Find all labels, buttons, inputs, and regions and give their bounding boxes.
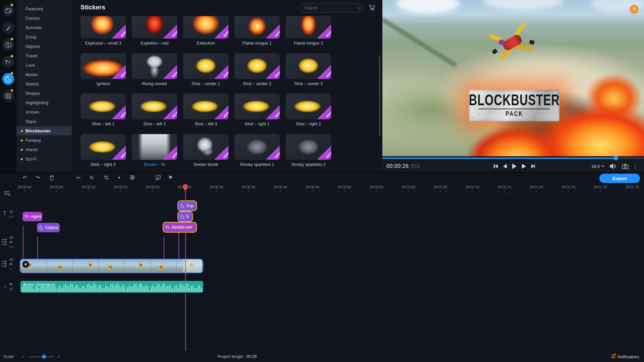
- sticker-thumbnail[interactable]: NEW: [234, 53, 280, 79]
- category-item-horror[interactable]: Horror: [16, 145, 72, 154]
- sticker-thumbnail[interactable]: NEW: [286, 16, 331, 39]
- add-track-icon[interactable]: [4, 190, 11, 196]
- sticker-thumbnail[interactable]: NEW: [80, 134, 126, 160]
- redo-button[interactable]: ↷: [34, 174, 42, 181]
- category-item-highlighting[interactable]: Highlighting: [16, 98, 72, 107]
- sticker-card[interactable]: NEWShot – left 2: [132, 94, 177, 126]
- category-item-sketch[interactable]: Sketch: [16, 79, 72, 88]
- sticker-card[interactable]: NEWShot – left 1: [80, 94, 126, 126]
- category-item-blockbuster[interactable]: Blockbuster: [16, 126, 72, 135]
- sticker-card[interactable]: NEWIgnition: [80, 53, 126, 86]
- sticker-thumbnail[interactable]: NEW: [132, 16, 177, 39]
- undo-button[interactable]: ↶: [21, 174, 29, 181]
- sticker-thumbnail[interactable]: NEW: [183, 134, 228, 160]
- audio-clip[interactable]: Action_Movie.mp3: [20, 281, 203, 293]
- category-item-signs[interactable]: Signs: [16, 117, 72, 126]
- sticker-thumbnail[interactable]: NEW: [286, 94, 331, 119]
- overlay-button[interactable]: [154, 174, 162, 180]
- sticker-thumbnail[interactable]: NEW: [80, 16, 126, 39]
- sticker-card[interactable]: NEWExplosion – small 3: [80, 16, 126, 46]
- clip-exp[interactable]: Exp: [178, 201, 196, 210]
- scale-slider-knob[interactable]: [42, 355, 46, 359]
- more-options-icon[interactable]: ⋮: [633, 164, 638, 170]
- rail-item-import[interactable]: [2, 5, 14, 16]
- sticker-thumbnail[interactable]: NEW: [183, 16, 228, 39]
- sticker-card[interactable]: NEWSmoky sparklets 1: [234, 134, 280, 167]
- video-visibility-icon[interactable]: [9, 258, 14, 261]
- category-item-fantasy[interactable]: Fantasy: [16, 136, 72, 145]
- sticker-thumbnail[interactable]: NEW: [286, 53, 331, 79]
- clip-agent[interactable]: Tᴛ Agent: [22, 212, 42, 221]
- sticker-card[interactable]: NEWShot – center 3: [286, 53, 331, 86]
- prev-frame-button[interactable]: [503, 164, 507, 168]
- export-button[interactable]: Export: [599, 174, 640, 183]
- notifications-button[interactable]: Notifications: [611, 354, 639, 360]
- rail-item-more-tools[interactable]: [2, 90, 14, 102]
- search-input[interactable]: [305, 6, 357, 10]
- play-button[interactable]: [512, 164, 517, 169]
- audio-volume-icon[interactable]: [9, 282, 13, 286]
- audio-sync-icon[interactable]: [9, 287, 14, 291]
- marker-button[interactable]: ⚑: [166, 174, 174, 181]
- video-back-arrow-icon[interactable]: ←: [9, 265, 13, 270]
- sticker-card[interactable]: NEWSmoky sparklets 2: [286, 134, 331, 167]
- category-item-summer[interactable]: Summer: [16, 23, 72, 32]
- sticker-thumbnail[interactable]: NEW: [234, 94, 280, 119]
- sticker-thumbnail[interactable]: NEW: [132, 94, 177, 119]
- next-clip-button[interactable]: [531, 164, 535, 168]
- sticker-card[interactable]: NEWFlame tongue 2: [286, 16, 331, 46]
- volume-icon[interactable]: [609, 163, 616, 169]
- delete-button[interactable]: [48, 174, 56, 181]
- sticker-card[interactable]: NEWSmoke – fill: [132, 134, 177, 167]
- category-item-arrows[interactable]: Arrows: [16, 108, 72, 117]
- category-item-masks[interactable]: Masks: [16, 70, 72, 79]
- sticker-card[interactable]: NEWFlame tongue 1: [234, 16, 280, 46]
- next-frame-button[interactable]: [522, 164, 526, 168]
- scale-slider[interactable]: [29, 356, 54, 357]
- seek-knob[interactable]: [613, 156, 618, 161]
- overlay-link-icon[interactable]: [9, 245, 14, 249]
- zoom-in-icon[interactable]: ▲: [57, 354, 60, 358]
- sticker-card[interactable]: NEWShot – left 3: [183, 94, 228, 126]
- sticker-thumbnail[interactable]: NEW: [132, 134, 177, 160]
- sticker-thumbnail[interactable]: NEW: [234, 134, 280, 160]
- cart-icon[interactable]: [368, 4, 376, 11]
- panel-scrollbar[interactable]: [379, 55, 380, 136]
- search-clear-icon[interactable]: ×: [359, 5, 361, 11]
- rotate-button[interactable]: ↻: [88, 174, 96, 181]
- color-adjust-button[interactable]: ◑: [115, 174, 123, 181]
- seek-bar[interactable]: [382, 156, 644, 160]
- sticker-thumbnail[interactable]: NEW: [80, 53, 126, 79]
- sticker-thumbnail[interactable]: NEW: [132, 53, 177, 79]
- prev-clip-button[interactable]: [494, 164, 498, 168]
- crop-button[interactable]: [102, 174, 110, 180]
- sticker-thumbnail[interactable]: NEW: [286, 134, 331, 160]
- sticker-thumbnail[interactable]: NEW: [183, 53, 228, 79]
- timeline-ruler[interactable]: 00:00:0000:00:0500:00:1000:00:1500:00:20…: [0, 184, 644, 194]
- sticker-card[interactable]: NEWShot – right 1: [234, 94, 280, 126]
- category-item-featured[interactable]: Featured: [16, 4, 72, 13]
- sticker-card[interactable]: NEWExplotion – red: [132, 16, 177, 46]
- overlay-visibility-icon[interactable]: [9, 236, 14, 239]
- category-item-comics[interactable]: Comics: [16, 14, 72, 23]
- sticker-card[interactable]: NEWRising smoke: [132, 53, 177, 86]
- properties-button[interactable]: [128, 174, 136, 180]
- rail-item-titles[interactable]: TT: [2, 56, 14, 68]
- sticker-card[interactable]: NEWShot – right 2: [286, 94, 331, 126]
- title-track-visibility-icon[interactable]: [9, 210, 14, 214]
- title-track-link-icon[interactable]: [9, 215, 14, 219]
- sticker-card[interactable]: NEWSmoke bomb: [183, 134, 228, 167]
- category-item-sci-fi[interactable]: Sci-Fi: [16, 155, 72, 164]
- overlay-audio-icon[interactable]: [9, 240, 13, 244]
- preview-video[interactable]: BLOCKBUSTER PACK ?: [382, 0, 644, 156]
- rail-item-stickers[interactable]: [2, 73, 14, 85]
- sticker-card[interactable]: NEWShot – center 2: [234, 53, 280, 86]
- playhead-line[interactable]: [185, 184, 186, 351]
- search-box[interactable]: ×: [298, 3, 365, 13]
- clip-blockbuster[interactable]: Tᴛ blockbuster: [163, 223, 196, 232]
- rail-item-transitions[interactable]: [2, 39, 14, 51]
- sticker-thumbnail[interactable]: NEW: [183, 94, 228, 119]
- sticker-card[interactable]: NEWExtinction: [183, 16, 228, 46]
- help-button[interactable]: ?: [630, 5, 639, 14]
- category-item-shapes[interactable]: Shapes: [16, 89, 72, 98]
